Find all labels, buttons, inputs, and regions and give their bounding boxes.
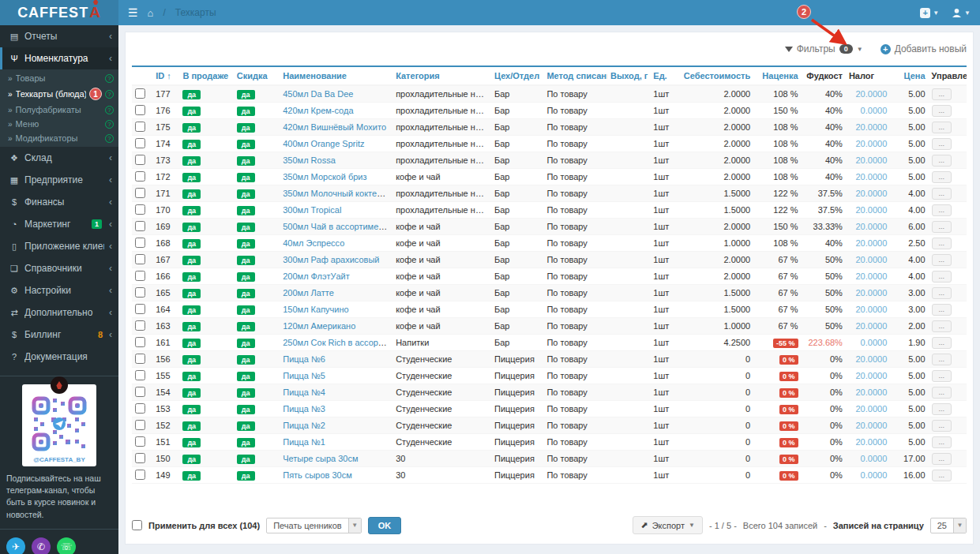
row-checkbox[interactable]	[135, 320, 145, 331]
manage-button[interactable]: ...	[932, 171, 952, 183]
tax-link[interactable]: 20.0000	[856, 371, 888, 380]
row-checkbox[interactable]	[135, 354, 145, 364]
apply-all-checkbox[interactable]	[132, 520, 142, 530]
row-checkbox[interactable]	[135, 453, 145, 463]
tax-link[interactable]: 20.0000	[856, 305, 888, 314]
column-header-unit[interactable]: Ед.	[650, 66, 680, 85]
help-icon[interactable]: ?	[105, 74, 114, 83]
manage-button[interactable]: ...	[932, 138, 952, 150]
tax-link[interactable]: 20.0000	[856, 271, 888, 281]
home-icon[interactable]: ⌂	[148, 7, 154, 19]
manage-button[interactable]: ...	[932, 320, 952, 332]
tax-link[interactable]: 20.0000	[856, 155, 888, 165]
manage-button[interactable]: ...	[932, 436, 952, 448]
tax-link[interactable]: 20.0000	[856, 205, 888, 215]
tax-link[interactable]: 0.0000	[861, 338, 888, 347]
item-name-link[interactable]: 150мл Капучино	[283, 305, 348, 314]
manage-button[interactable]: ...	[932, 155, 952, 167]
row-checkbox[interactable]	[135, 238, 145, 248]
row-checkbox[interactable]	[135, 221, 145, 231]
tax-link[interactable]: 20.0000	[856, 421, 888, 430]
bulk-action-select[interactable]: Печать ценников▼	[266, 518, 362, 533]
item-name-link[interactable]: 420мл Вишнёвый Мохито	[283, 122, 386, 132]
column-header-id[interactable]: ID ↑	[152, 66, 179, 85]
column-header-discount[interactable]: Скидка	[234, 66, 280, 85]
tax-link[interactable]: 20.0000	[856, 437, 888, 447]
sidebar-item-4[interactable]: $Финансы‹	[0, 191, 118, 213]
sidebar-item-5[interactable]: ◔Маркетинг1‹	[0, 213, 118, 235]
tax-link[interactable]: 20.0000	[856, 139, 888, 148]
sidebar-subitem[interactable]: »Товары?	[0, 71, 118, 85]
row-checkbox[interactable]	[135, 254, 145, 264]
item-name-link[interactable]: 400мл Orange Spritz	[283, 139, 364, 148]
sidebar-item-7[interactable]: ❏Справочники‹	[0, 257, 118, 279]
row-checkbox[interactable]	[135, 138, 145, 148]
row-checkbox[interactable]	[135, 188, 145, 198]
item-name-link[interactable]: Пицца №6	[283, 354, 325, 364]
row-checkbox[interactable]	[135, 287, 145, 298]
item-name-link[interactable]: 300мл Tropical	[283, 205, 341, 215]
manage-button[interactable]: ...	[932, 204, 952, 216]
tax-link[interactable]: 20.0000	[856, 172, 888, 182]
item-name-link[interactable]: Четыре сыра 30см	[283, 454, 358, 463]
sidebar-item-0[interactable]: ▤Отчеты‹	[0, 25, 118, 47]
row-checkbox[interactable]	[135, 171, 145, 182]
tax-link[interactable]: 20.0000	[856, 255, 888, 264]
manage-button[interactable]: ...	[932, 337, 952, 349]
column-header-in_sale[interactable]: В продаже	[179, 66, 233, 85]
manage-button[interactable]: ...	[932, 470, 952, 481]
tax-link[interactable]: 0.0000	[861, 106, 888, 115]
row-checkbox[interactable]	[135, 337, 145, 347]
tax-link[interactable]: 20.0000	[856, 404, 888, 414]
manage-button[interactable]: ...	[932, 105, 952, 117]
help-icon[interactable]: ?	[105, 120, 114, 129]
tax-link[interactable]: 20.0000	[856, 189, 888, 198]
column-header-category[interactable]: Категория	[392, 66, 491, 85]
tax-link[interactable]: 20.0000	[856, 89, 888, 99]
column-header-name[interactable]: Наименование	[280, 66, 392, 85]
row-checkbox[interactable]	[135, 271, 145, 281]
manage-button[interactable]: ...	[932, 88, 952, 100]
sidebar-toggle-icon[interactable]: ☰	[128, 6, 138, 19]
manage-button[interactable]: ...	[932, 370, 952, 382]
row-checkbox[interactable]	[135, 304, 145, 314]
manage-button[interactable]: ...	[932, 287, 952, 299]
item-name-link[interactable]: 350мл Молочный коктейль	[283, 189, 391, 198]
manage-button[interactable]: ...	[932, 453, 952, 465]
manage-button[interactable]: ...	[932, 122, 952, 133]
manage-button[interactable]: ...	[932, 304, 952, 316]
item-name-link[interactable]: Пицца №2	[283, 421, 325, 430]
item-name-link[interactable]: 420мл Крем-сода	[283, 106, 353, 115]
row-checkbox[interactable]	[135, 436, 145, 447]
item-name-link[interactable]: 200мл ФлэтУайт	[283, 271, 350, 281]
sidebar-item-1[interactable]: ΨНоменклатура‹	[0, 47, 118, 69]
column-header-dept[interactable]: Цех/Отдел	[491, 66, 543, 85]
per-page-select[interactable]: 25▼	[930, 518, 967, 533]
item-name-link[interactable]: 250мл Сок Rich в ассортименте	[283, 338, 392, 347]
tax-link[interactable]: 0.0000	[861, 454, 888, 463]
row-checkbox[interactable]	[135, 122, 145, 132]
item-name-link[interactable]: 350мл Rossa	[283, 155, 336, 165]
column-header-cost[interactable]: Себестоимость	[681, 66, 754, 85]
manage-button[interactable]: ...	[932, 387, 952, 399]
item-name-link[interactable]: Пицца №3	[283, 404, 325, 414]
item-name-link[interactable]: Пицца №1	[283, 437, 325, 447]
manage-button[interactable]: ...	[932, 403, 952, 415]
tax-link[interactable]: 20.0000	[856, 122, 888, 132]
app-logo[interactable]: CAFFESTA	[0, 0, 118, 25]
item-name-link[interactable]: 350мл Морской бриз	[283, 172, 366, 182]
row-checkbox[interactable]	[135, 370, 145, 380]
sidebar-subitem[interactable]: »Полуфабрикаты?	[0, 103, 118, 117]
item-name-link[interactable]: 500мл Чай в ассортименте	[283, 222, 392, 231]
item-name-link[interactable]: 450мл Da Ba Dee	[283, 89, 353, 99]
tax-link[interactable]: 20.0000	[856, 354, 888, 364]
sidebar-item-10[interactable]: $Биллинг8‹	[0, 324, 118, 346]
row-checkbox[interactable]	[135, 155, 145, 165]
manage-button[interactable]: ...	[932, 221, 952, 233]
export-button[interactable]: ⬈ Экспорт ▼	[633, 516, 702, 534]
telegram-icon[interactable]: ✈	[6, 537, 25, 554]
tax-link[interactable]: 20.0000	[856, 238, 888, 248]
tax-link[interactable]: 20.0000	[856, 222, 888, 231]
manage-button[interactable]: ...	[932, 238, 952, 249]
help-icon[interactable]: ?	[105, 134, 114, 143]
